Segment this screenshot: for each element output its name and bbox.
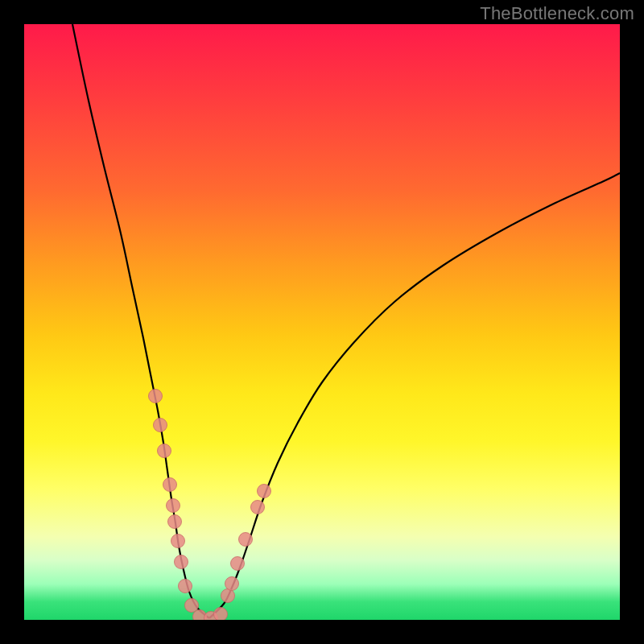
data-marker	[239, 533, 253, 547]
chart-frame: TheBottleneck.com	[0, 0, 644, 644]
data-marker	[171, 535, 185, 548]
data-marker	[225, 577, 239, 591]
data-marker	[258, 485, 271, 498]
data-marker	[168, 515, 182, 529]
data-marker	[175, 555, 188, 569]
data-marker	[149, 390, 163, 403]
data-marker	[179, 580, 192, 593]
plot-area	[24, 24, 620, 620]
data-marker	[231, 557, 245, 571]
data-marker	[221, 589, 235, 603]
data-marker	[214, 608, 228, 621]
curve-layer	[24, 24, 620, 620]
data-marker	[154, 419, 167, 432]
curve-right-branch	[209, 173, 620, 618]
data-marker	[185, 599, 199, 613]
data-marker	[167, 499, 180, 513]
data-marker	[163, 478, 177, 492]
watermark-text: TheBottleneck.com	[480, 3, 634, 24]
data-marker	[158, 444, 171, 458]
marker-group	[149, 390, 271, 621]
curve-left-branch	[72, 24, 209, 618]
data-marker	[251, 501, 265, 514]
